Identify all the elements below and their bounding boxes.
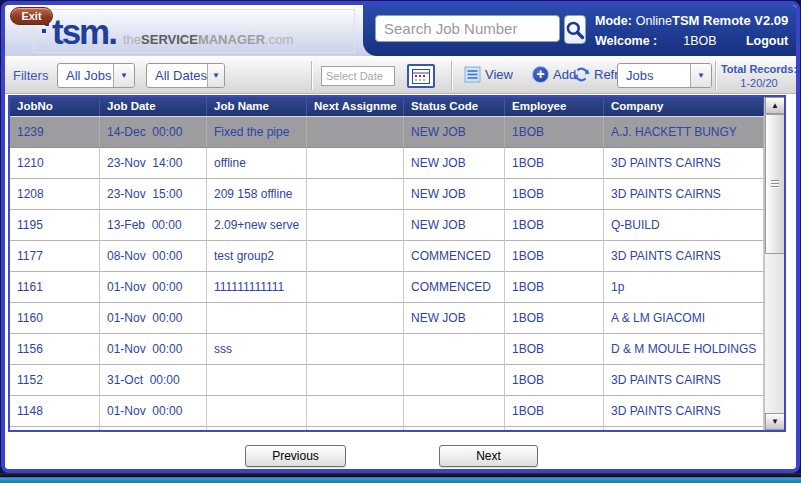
cell-next_assignment	[307, 272, 404, 303]
mode-label: Mode:	[595, 14, 632, 29]
cell-company: A.J. HACKETT BUNGY	[604, 117, 764, 148]
cell-job_name: sss	[207, 334, 307, 365]
search-button[interactable]	[564, 15, 586, 44]
column-header-jobno[interactable]: JobNo	[10, 97, 100, 116]
cell-employee: 1BOB	[505, 148, 604, 179]
chevron-down-icon[interactable]: ▼	[207, 64, 224, 87]
strip-teal	[0, 478, 801, 483]
chevron-down-icon[interactable]: ▼	[113, 64, 134, 87]
cell-job_name: 209 158 offline	[207, 179, 307, 210]
cell-company: 3D PAINTS CAIRNS	[604, 365, 764, 396]
cell-next_assignment	[307, 334, 404, 365]
cell-next_assignment	[307, 396, 404, 427]
filters-label: Filters	[13, 68, 48, 83]
cell-job_date: 14-Dec 00:00	[100, 117, 207, 148]
scroll-down-button[interactable]: ▼	[765, 413, 785, 430]
search-icon	[565, 20, 585, 40]
session-info: Mode: Online TSM Remote V2.09 Welcome : …	[595, 13, 788, 54]
table-row[interactable]: 116101-Nov 00:00111111111111COMMENCED1BO…	[10, 272, 764, 303]
table-row[interactable]: 120823-Nov 15:00209 158 offlineNEW JOB1B…	[10, 179, 764, 210]
cell-status_code	[404, 427, 505, 430]
jobs-table: JobNo Job Date Job Name Next Assignme St…	[8, 95, 786, 432]
column-header-status-code[interactable]: Status Code	[404, 97, 505, 116]
add-button[interactable]: + Add	[532, 66, 576, 83]
cell-employee: 1BOB	[505, 117, 604, 148]
cell-employee: 1BOB	[505, 241, 604, 272]
cell-company: 3D PAINTS CAIRNS	[604, 241, 764, 272]
column-header-job-date[interactable]: Job Date	[100, 97, 207, 116]
add-icon: +	[532, 66, 549, 83]
table-row[interactable]: 114801-Nov 00:001BOB3D PAINTS CAIRNS	[10, 396, 764, 427]
titlebar: tsm. theSERVICEMANAGER.com Mode:	[5, 5, 796, 56]
cell-status_code: NEW JOB	[404, 117, 505, 148]
cell-job_date: 31-Oct 00:00	[100, 365, 207, 396]
top-panel: Mode: Online TSM Remote V2.09 Welcome : …	[363, 5, 796, 56]
cell-company: 1p	[604, 272, 764, 303]
entity-value: Jobs	[618, 68, 690, 83]
jobs-filter-value: All Jobs	[58, 68, 113, 83]
cell-company: 3D PAINTS CAIRNS	[604, 148, 764, 179]
column-header-employee[interactable]: Employee	[505, 97, 604, 116]
cell-status_code: NEW JOB	[404, 179, 505, 210]
cell-next_assignment	[307, 241, 404, 272]
table-row[interactable]: 116001-Nov 00:00NEW JOB1BOBA & LM GIACOM…	[10, 303, 764, 334]
column-header-company[interactable]: Company	[604, 97, 764, 116]
jobs-filter-dropdown[interactable]: All Jobs ▼	[57, 63, 135, 88]
mode-value: Online	[636, 14, 672, 29]
column-header-next-assignment[interactable]: Next Assignme	[307, 97, 404, 116]
window-border: tsm. theSERVICEMANAGER.com Mode:	[1, 1, 800, 473]
exit-button[interactable]: Exit	[10, 7, 53, 25]
cell-status_code: NEW JOB	[404, 148, 505, 179]
cell-job_name: Fixed the pipe	[207, 117, 307, 148]
table-row[interactable]	[10, 427, 764, 430]
next-button[interactable]: Next	[439, 445, 538, 467]
table-row[interactable]: 119513-Feb 00:002.09+new serveNEW JOB1BO…	[10, 210, 764, 241]
cell-job_name	[207, 303, 307, 334]
cell-next_assignment	[307, 117, 404, 148]
logo-mark: tsm.	[42, 18, 118, 48]
column-header-job-name[interactable]: Job Name	[207, 97, 307, 116]
scrollbar-grip-icon	[771, 180, 779, 188]
search-input[interactable]	[375, 15, 560, 42]
welcome-user: 1BOB	[683, 34, 716, 49]
cell-jobno: 1195	[10, 210, 100, 241]
cell-employee: 1BOB	[505, 179, 604, 210]
cell-employee: 1BOB	[505, 303, 604, 334]
cell-job_name: test group2	[207, 241, 307, 272]
vertical-scrollbar: ▲ ▼	[764, 97, 784, 430]
scroll-up-button[interactable]: ▲	[765, 97, 785, 114]
chevron-down-icon[interactable]: ▼	[690, 64, 711, 87]
table-row[interactable]: 117708-Nov 00:00test group2COMMENCED1BOB…	[10, 241, 764, 272]
view-button[interactable]: View	[464, 66, 513, 83]
cell-status_code: COMMENCED	[404, 272, 505, 303]
cell-job_name	[207, 396, 307, 427]
cell-employee: 1BOB	[505, 272, 604, 303]
cell-status_code: NEW JOB	[404, 303, 505, 334]
cell-job_date: 08-Nov 00:00	[100, 241, 207, 272]
table-row[interactable]: 115231-Oct 00:001BOB3D PAINTS CAIRNS	[10, 365, 764, 396]
cell-job_date: 01-Nov 00:00	[100, 303, 207, 334]
cell-job_name: 2.09+new serve	[207, 210, 307, 241]
table-row[interactable]: 115601-Nov 00:00sss1BOBD & M MOULE HOLDI…	[10, 334, 764, 365]
tsm-logo: tsm. theSERVICEMANAGER.com	[33, 9, 355, 53]
dates-filter-dropdown[interactable]: All Dates ▼	[146, 63, 225, 88]
toolbar-divider	[311, 61, 312, 90]
cell-next_assignment	[307, 148, 404, 179]
entity-dropdown[interactable]: Jobs ▼	[617, 63, 712, 88]
calendar-button[interactable]	[407, 64, 435, 88]
scrollbar-thumb[interactable]	[765, 114, 785, 254]
cell-next_assignment	[307, 427, 404, 430]
cell-next_assignment	[307, 303, 404, 334]
scrollbar-track[interactable]	[765, 114, 784, 413]
desktop-strip	[0, 473, 801, 483]
cell-company: 3D PAINTS CAIRNS	[604, 179, 764, 210]
logout-link[interactable]: Logout	[746, 34, 788, 49]
cell-company: A & LM GIACOMI	[604, 303, 764, 334]
cell-job_date: 01-Nov 00:00	[100, 272, 207, 303]
select-date-input[interactable]	[321, 66, 395, 86]
cell-jobno: 1160	[10, 303, 100, 334]
previous-button[interactable]: Previous	[245, 445, 346, 467]
cell-employee: 1BOB	[505, 396, 604, 427]
table-row[interactable]: 123914-Dec 00:00Fixed the pipeNEW JOB1BO…	[10, 117, 764, 148]
table-row[interactable]: 121023-Nov 14:00offlineNEW JOB1BOB3D PAI…	[10, 148, 764, 179]
